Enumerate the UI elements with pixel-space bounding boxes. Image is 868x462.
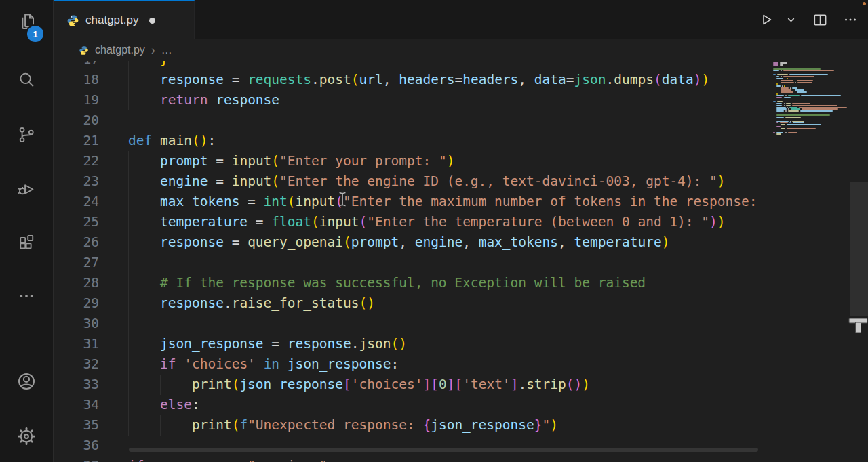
line-number: 18 [72,70,99,90]
account-icon [16,371,37,392]
line-number: 25 [72,212,99,232]
explorer-badge: 1 [27,26,43,42]
tab-bar: chatgpt.py [53,0,868,39]
line-number: 21 [72,131,99,151]
code-line[interactable]: 32 if 'choices' in json_response: [53,354,868,375]
breadcrumb-separator: › [151,43,155,58]
sidebar-item-settings[interactable] [0,420,53,453]
line-number: 31 [72,334,99,354]
code-line[interactable]: 21def main(): [53,131,868,151]
code-editor[interactable]: 17 }18 response = requests.post(url, hea… [53,61,868,462]
sidebar-item-extensions[interactable] [0,226,53,259]
modified-indicator [149,18,155,24]
gear-icon [16,426,37,446]
extensions-icon [17,233,36,252]
code-line[interactable]: 37if __name__ == "__main__": [53,456,868,462]
tab-label: chatgpt.py [85,14,138,27]
code-line[interactable]: 28 # If the response was successful, no … [53,273,868,293]
line-number: 35 [72,415,99,436]
line-number: 30 [72,314,99,334]
line-number: 29 [72,293,99,314]
breadcrumb: chatgpt.py › … [53,39,868,61]
line-number: 23 [72,171,99,192]
code-line[interactable]: 34 else: [53,395,868,415]
code-line[interactable]: 33 print(json_response['choices'][0]['te… [53,375,868,395]
code-line[interactable]: 35 print(f"Unexpected response: {json_re… [53,415,868,436]
code-line[interactable]: 26 response = query_openai(prompt, engin… [53,232,868,253]
sidebar-item-account[interactable] [0,365,53,398]
chevron-down-icon [785,14,797,26]
python-icon [79,45,89,56]
vscode-window: { "colors": { "accent": "#0078d4", "badg… [0,0,868,462]
line-number: 28 [72,273,99,293]
line-number: 36 [72,436,99,456]
line-number: 37 [72,456,99,462]
line-number: 19 [72,90,99,110]
code-line[interactable]: 29 response.raise_for_status() [53,293,868,314]
code-line[interactable]: 19 return response [53,90,868,110]
ellipsis-icon [842,12,859,28]
sidebar-item-more[interactable] [0,280,53,312]
search-icon [17,70,36,89]
code-line[interactable]: 22 prompt = input("Enter your prompt: ") [53,151,868,171]
ibeam-cursor [338,191,347,207]
line-number: 26 [72,232,99,253]
sidebar-item-run-debug[interactable] [0,172,53,205]
run-button[interactable] [757,12,774,28]
line-number: 34 [72,395,99,415]
sidebar-item-search[interactable] [0,64,53,96]
run-debug-icon [16,178,37,198]
code-line[interactable]: 30 [53,314,868,334]
source-control-icon [17,125,36,144]
line-number: 33 [72,375,99,395]
code-line[interactable]: 27 [53,253,868,273]
split-editor-icon [812,12,828,28]
sidebar-item-explorer[interactable]: 1 [0,5,53,38]
pointer-cursor [848,317,868,335]
code-line[interactable]: 18 response = requests.post(url, headers… [53,70,868,90]
line-number: 27 [72,253,99,273]
editor-actions [757,0,859,39]
code-line[interactable]: 36 [53,436,868,456]
code-line[interactable]: 23 engine = input("Enter the engine ID (… [53,171,868,192]
ellipsis-icon [17,287,36,306]
python-icon [66,14,79,27]
code-line[interactable]: 25 temperature = float(input("Enter the … [53,212,868,232]
play-icon [757,12,774,28]
breadcrumb-symbol[interactable]: … [161,44,172,56]
line-number: 22 [72,151,99,171]
code-line[interactable]: 17 } [53,61,868,70]
code-line[interactable]: 31 json_response = response.json() [53,334,868,354]
activity-bar: 1 [0,0,54,462]
recording-dot [863,2,866,5]
line-number: 20 [72,110,99,131]
breadcrumb-file[interactable]: chatgpt.py [95,44,145,56]
tab-chatgpt-py[interactable]: chatgpt.py [53,0,195,39]
more-actions-button[interactable] [842,12,859,28]
line-number: 17 [72,61,99,70]
code-line[interactable]: 20 [53,110,868,131]
code-line[interactable]: 24 max_tokens = int(input("Enter the max… [53,192,868,212]
run-options-button[interactable] [785,14,797,26]
line-number: 32 [72,354,99,375]
split-editor-button[interactable] [812,12,828,28]
sidebar-item-source-control[interactable] [0,119,53,151]
line-number: 24 [72,192,99,212]
